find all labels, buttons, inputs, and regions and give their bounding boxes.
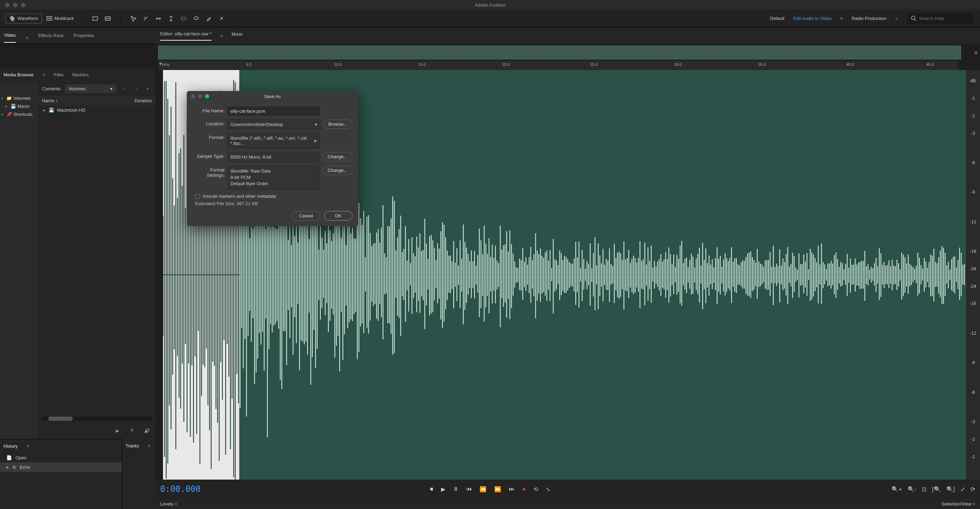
workspace-edit-audio[interactable]: Edit Audio to Video — [793, 16, 832, 21]
tab-effects-rack[interactable]: Effects Rack — [38, 33, 64, 42]
tab-video[interactable]: Video — [4, 33, 16, 43]
record-button[interactable]: ● — [522, 486, 526, 492]
tab-tracks[interactable]: Tracks — [126, 443, 139, 448]
skip-back-button[interactable]: ⏮ — [466, 486, 472, 492]
multitrack-mode-button[interactable]: Multitrack — [46, 16, 74, 21]
dialog-close-icon[interactable] — [191, 94, 195, 98]
tab-properties[interactable]: Properties — [73, 33, 94, 42]
tab-media-browser[interactable]: Media Browser — [3, 72, 34, 77]
zoom-full-icon[interactable]: ⊡ — [922, 486, 926, 493]
format-settings-value: libsndfile: Raw Data 8-bit PCM Default B… — [228, 166, 320, 190]
svg-point-3 — [194, 17, 198, 19]
zoom-out-icon[interactable]: 🔍- — [908, 486, 916, 493]
history-item[interactable]: 📄 Open — [0, 453, 122, 463]
pause-button[interactable]: ⏸ — [453, 486, 458, 492]
col-name[interactable]: Name ↑ — [42, 98, 135, 103]
zoom-in-time-icon[interactable]: ⤢ — [961, 486, 965, 493]
save-as-dialog: Save As File Name: Location: /Users/mhmd… — [187, 91, 358, 226]
panel-menu-icon[interactable]: ≡ — [148, 443, 151, 448]
play-button[interactable]: ▶ — [441, 486, 445, 493]
stop-button[interactable]: ■ — [430, 486, 433, 492]
import-icon[interactable]: ⇱ — [128, 426, 137, 435]
timecode[interactable]: 0:00.000 — [160, 484, 201, 494]
tab-levels[interactable]: Levels — [160, 501, 173, 507]
lasso-tool-icon[interactable] — [192, 14, 200, 23]
waveform-icon — [9, 15, 15, 22]
tree-volumes[interactable]: ▾📁Volumes — [1, 94, 38, 102]
forward-icon[interactable]: → — [132, 85, 140, 93]
rewind-button[interactable]: ⏪ — [479, 486, 487, 493]
panel-menu-icon[interactable]: ≡ — [26, 444, 29, 449]
chevron-down-icon: ▾ — [315, 122, 317, 127]
traffic-lights — [0, 3, 25, 7]
ok-button[interactable]: OK — [324, 211, 353, 220]
drive-icon: 💾 — [49, 107, 54, 113]
brush-tool-icon[interactable] — [205, 14, 213, 23]
col-duration[interactable]: Duration — [135, 98, 152, 103]
forward-button[interactable]: ⏩ — [494, 486, 501, 493]
search-help[interactable] — [907, 13, 973, 24]
waveform-overview[interactable] — [158, 46, 961, 59]
slip-tool-icon[interactable] — [154, 14, 162, 23]
back-icon[interactable]: ← — [119, 85, 128, 93]
zoom-sel-out-icon[interactable]: 🔍] — [947, 486, 955, 493]
tab-selection-view[interactable]: Selection/View — [942, 501, 971, 507]
workspace-radio[interactable]: Radio Production — [852, 16, 887, 21]
tree-shortcuts[interactable]: ▸📌Shortcuts — [1, 110, 38, 118]
loop-button[interactable]: ⟲ — [533, 486, 538, 493]
dialog-minimize-icon[interactable] — [198, 94, 202, 98]
browse-button[interactable]: Browse... — [323, 120, 353, 129]
horizontal-scrollbar[interactable] — [41, 416, 153, 421]
workspace-default[interactable]: Default — [770, 16, 784, 21]
panel-menu-icon[interactable]: ≡ — [43, 72, 46, 77]
history-item[interactable]: ▶ fx Echo — [0, 463, 122, 472]
location-label: Location: — [192, 120, 224, 126]
file-row[interactable]: ▸ 💾 Macintosh HD — [38, 105, 155, 115]
move-tool-icon[interactable] — [129, 14, 137, 23]
play-preview-icon[interactable]: ▶ — [113, 426, 122, 435]
skip-selection-button[interactable]: ⤡ — [546, 486, 550, 493]
tab-files[interactable]: Files — [54, 72, 63, 77]
cancel-button[interactable]: Cancel — [292, 211, 320, 220]
zoom-reset-icon[interactable]: ⟳ — [970, 486, 975, 493]
media-browser-tabs: Media Browser ≡ Files Markers — [0, 68, 155, 81]
close-window-icon[interactable] — [5, 3, 10, 7]
zoom-sel-in-icon[interactable]: [🔍 — [932, 486, 940, 493]
timeline-ruler[interactable]: ▼ hms 5.0 10.0 15.0 20.0 25.0 30.0 35.0 … — [158, 61, 958, 70]
waveform-mode-button[interactable]: Waveform — [5, 14, 42, 24]
add-icon[interactable]: + — [143, 85, 152, 93]
change-sample-button[interactable]: Change... — [323, 152, 353, 161]
spectral-toggle-icon[interactable] — [103, 14, 112, 23]
tab-editor[interactable]: Editor: silly-cat-face.raw * — [160, 31, 212, 41]
play-marker-icon: ▶ — [6, 465, 9, 469]
hud-toggle-icon[interactable] — [91, 14, 99, 23]
contents-dropdown[interactable]: Volumes ▾ — [65, 85, 116, 93]
tab-mixer[interactable]: Mixer — [232, 32, 243, 40]
time-select-tool-icon[interactable] — [167, 14, 175, 23]
search-input[interactable] — [919, 16, 969, 21]
minimize-window-icon[interactable] — [13, 3, 18, 7]
heal-tool-icon[interactable] — [217, 14, 226, 23]
tab-history[interactable]: History — [3, 444, 18, 449]
razor-tool-icon[interactable] — [142, 14, 150, 23]
skip-forward-button[interactable]: ⏭ — [509, 486, 514, 492]
zoom-in-icon[interactable]: 🔍+ — [891, 486, 902, 493]
maximize-window-icon[interactable] — [21, 3, 25, 7]
zoom-overview-icon[interactable]: ⊕ — [972, 48, 980, 57]
panel-menu-icon[interactable]: ≡ — [220, 33, 223, 38]
panel-menu-icon[interactable]: ≡ — [25, 35, 28, 41]
dialog-zoom-icon[interactable] — [205, 94, 209, 98]
tree-macintosh[interactable]: ▸💾Macin — [1, 102, 38, 110]
autoplay-icon[interactable]: 🔊 — [143, 426, 151, 435]
workspace-overflow-icon[interactable]: » — [896, 16, 898, 21]
column-headers: Name ↑ Duration — [38, 96, 155, 105]
include-markers-checkbox[interactable] — [195, 194, 200, 199]
marquee-tool-icon[interactable] — [180, 14, 188, 23]
location-dropdown[interactable]: /Users/mhmdhidr/Desktop ▾ — [228, 120, 320, 129]
filename-input[interactable] — [228, 107, 320, 116]
format-dropdown[interactable]: libsndfile (*.aifc, *.aiff, *.au, *.avr,… — [228, 133, 320, 148]
workspace-menu-icon[interactable]: ≡ — [840, 16, 843, 21]
chevron-down-icon: ▾ — [110, 86, 113, 91]
change-format-button[interactable]: Change... — [323, 166, 353, 175]
tab-markers[interactable]: Markers — [72, 72, 89, 77]
